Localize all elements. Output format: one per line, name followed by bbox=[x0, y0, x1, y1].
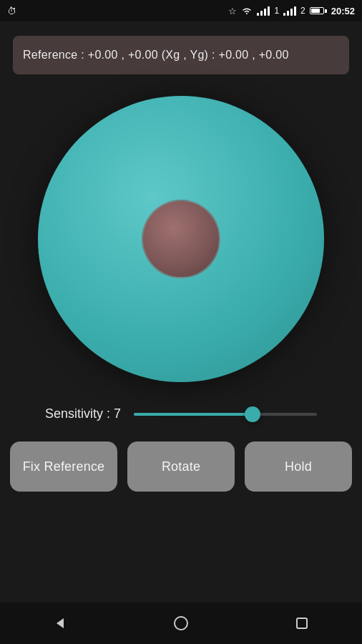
main-area[interactable]: Sensitivity : 7 Fix Reference Rotate Hol… bbox=[0, 82, 362, 492]
back-button[interactable] bbox=[44, 608, 76, 639]
back-icon bbox=[52, 615, 68, 631]
buttons-row: Fix Reference Rotate Hold bbox=[0, 441, 362, 492]
status-bar-right: ☆ 1 2 20:52 bbox=[228, 6, 355, 16]
recent-button[interactable] bbox=[286, 608, 318, 639]
battery-icon bbox=[310, 7, 327, 14]
nav-bar bbox=[0, 602, 362, 644]
disk-container[interactable] bbox=[31, 89, 331, 389]
svg-rect-2 bbox=[297, 618, 307, 628]
slider-track[interactable] bbox=[134, 413, 317, 416]
sensitivity-label: Sensitivity : 7 bbox=[45, 406, 121, 421]
status-bar-left: ⏱ bbox=[7, 6, 16, 16]
disk-outer[interactable] bbox=[38, 96, 324, 382]
signal1-icon bbox=[257, 6, 270, 16]
svg-marker-0 bbox=[57, 618, 64, 628]
rotate-button[interactable]: Rotate bbox=[127, 441, 235, 492]
reference-box: Reference : +0.00 , +0.00 (Xg , Yg) : +0… bbox=[13, 36, 349, 74]
time-display: 20:52 bbox=[331, 6, 355, 16]
clock-icon: ⏱ bbox=[7, 6, 16, 16]
recent-icon bbox=[295, 616, 309, 630]
slider-fill bbox=[134, 413, 253, 416]
signal2-number: 2 bbox=[300, 6, 305, 16]
signal1-number: 1 bbox=[274, 6, 279, 16]
wifi-icon bbox=[241, 6, 253, 15]
sensitivity-row: Sensitivity : 7 bbox=[45, 406, 317, 421]
fix-reference-button[interactable]: Fix Reference bbox=[10, 441, 117, 492]
star-icon: ☆ bbox=[228, 6, 237, 16]
hold-button[interactable]: Hold bbox=[245, 441, 352, 492]
signal2-icon bbox=[283, 6, 296, 16]
slider-thumb[interactable] bbox=[245, 406, 260, 422]
status-bar: ⏱ ☆ 1 2 bbox=[0, 0, 362, 21]
home-icon bbox=[173, 615, 189, 631]
home-button[interactable] bbox=[165, 608, 197, 639]
svg-point-1 bbox=[175, 617, 187, 630]
reference-text: Reference : +0.00 , +0.00 (Xg , Yg) : +0… bbox=[23, 49, 289, 61]
disk-inner bbox=[142, 200, 220, 278]
